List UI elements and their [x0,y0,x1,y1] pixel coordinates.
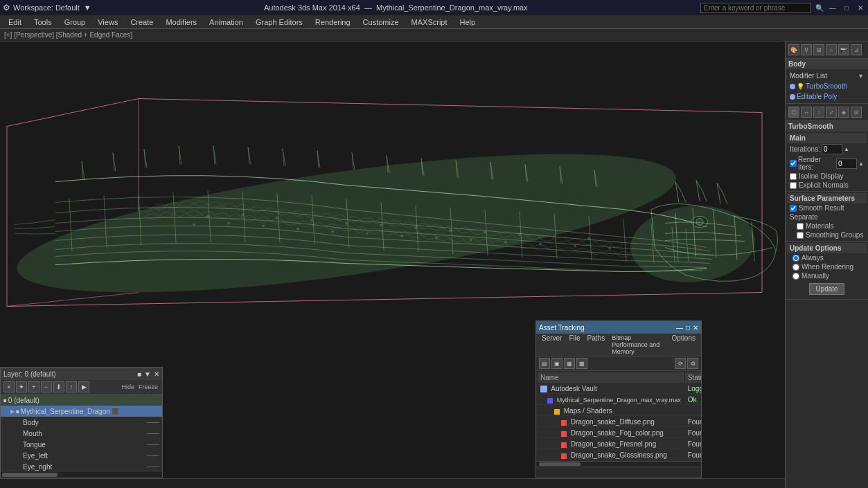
menu-item-tools[interactable]: Tools [28,17,57,28]
min-button[interactable]: — [828,3,838,12]
smoothing-groups-checkbox[interactable] [797,232,804,239]
materials-checkbox[interactable] [797,223,804,230]
icon-paint[interactable]: 🎨 [788,44,799,55]
render-iters-spinner-up[interactable]: ▲ [858,161,864,167]
modifier-dot-2 [790,94,795,100]
tool-icon-3[interactable]: ↕ [813,107,824,118]
menu-item-views[interactable]: Views [92,17,123,28]
icon-hierarchy[interactable]: ⊿ [851,44,862,55]
menu-item-animation[interactable]: Animation [204,17,249,28]
search-box[interactable]: Enter a keyword or phrase [700,3,811,13]
render-iters-input[interactable] [836,159,857,169]
titlebar-right: Enter a keyword or phrase 🔍 — □ ✕ [700,3,865,13]
always-radio[interactable] [792,255,799,262]
layer-item-mouth[interactable]: Mouth —— [1,428,162,439]
asset-tool-1[interactable]: ▤ [539,358,550,369]
layer-item-eye-left[interactable]: Eye_left —— [1,450,162,461]
asset-menu-file[interactable]: File [566,334,583,355]
search-icon[interactable]: 🔍 [815,4,824,12]
layer-tool-up[interactable]: ↑ [66,381,77,392]
layer-item-body[interactable]: Body —— [1,417,162,428]
asset-row-fog[interactable]: Dragon_snake_Fog_color.png Found [538,428,701,438]
viewport[interactable]: Total Polys: 53 544 Tris: 53 544 Edges: … [0,42,785,488]
tool-icon-6[interactable]: ⊡ [851,107,862,118]
menu-item-maxscript[interactable]: MAXScript [406,17,453,28]
asset-name-vault: Autodesk Vault [538,384,684,394]
render-iters-checkbox[interactable] [790,160,797,167]
asset-row-diffuse[interactable]: Dragon_snake_Diffuse.png Found [538,417,701,427]
layer-tool-add[interactable]: + [28,381,39,392]
svg-line-3 [139,99,762,113]
asset-menu-paths[interactable]: Paths [585,334,608,355]
smooth-result-checkbox[interactable] [790,205,797,212]
menu-item-group[interactable]: Group [59,17,91,28]
layer-tool-delete[interactable]: × [3,381,15,392]
tool-icon-1[interactable]: ⬡ [788,107,799,118]
asset-max-btn[interactable]: □ [686,324,690,332]
tool-icon-2[interactable]: ↔ [801,107,812,118]
icon-sphere[interactable]: ○ [826,44,837,55]
asset-tool-5[interactable]: ⟳ [675,358,686,369]
close-button[interactable]: ✕ [856,3,865,12]
modifier-list-dropdown[interactable]: ▼ [858,73,864,80]
asset-min-btn[interactable]: — [676,324,683,332]
always-row: Always [787,253,867,262]
tool-icon-4[interactable]: ⤢ [826,107,837,118]
asset-tool-6[interactable]: ⚙ [687,358,698,369]
workspace-dropdown[interactable]: ▼ [84,3,91,12]
tool-icon-5[interactable]: ◈ [838,107,849,118]
viewport-bottom-bar[interactable] [0,478,785,488]
update-button[interactable]: Update [809,283,844,295]
layer-item-dragon[interactable]: ▶ ■ Mythical_Serpentine_Dragon [1,406,162,417]
menu-item-graph editors[interactable]: Graph Editors [250,17,308,28]
asset-tool-2[interactable]: ▣ [551,358,563,369]
fog-icon [561,431,567,437]
asset-menu-server[interactable]: Server [539,334,565,355]
top-icons-section: 🎨 ⚲ ⊞ ○ 📷 ⊿ [786,42,868,59]
layer-tool-star[interactable]: ✦ [16,381,27,392]
layer-check[interactable] [112,407,119,415]
menu-item-create[interactable]: Create [125,17,159,28]
layer-item-default[interactable]: ■ 0 (default) [1,395,162,406]
layer-item-tongue[interactable]: Tongue —— [1,439,162,450]
asset-row-maxfile[interactable]: Mythical_Serpentine_Dragon_max_vray.max … [538,395,701,405]
asset-menu-options[interactable]: Options [669,334,698,355]
icon-magnet[interactable]: ⚲ [801,44,812,55]
layer-tool-play[interactable]: ▶ [78,381,89,392]
isoline-checkbox[interactable] [790,173,797,180]
layer-item-eye-right[interactable]: Eye_right —— [1,461,162,471]
panel-tools-section: ⬡ ↔ ↕ ⤢ ◈ ⊡ [786,104,868,121]
asset-horiz-scroll[interactable] [536,461,701,467]
manually-radio[interactable] [792,273,799,280]
asset-menu-bitmap[interactable]: Bitmap Performance and Memory [609,334,667,355]
modifier-turbossmooth[interactable]: 💡 TurboSmooth [787,81,867,91]
menu-item-edit[interactable]: Edit [3,17,27,28]
layer-close-btn[interactable]: ✕ [154,370,159,378]
layer-scrollbar[interactable] [1,471,162,478]
modifier-editable-poly[interactable]: Editable Poly [787,91,867,102]
layer-collapse-btn[interactable]: ▼ [144,370,151,378]
max-button[interactable]: □ [842,3,851,12]
icon-camera[interactable]: 📷 [838,44,849,55]
asset-row-fresnel[interactable]: Dragon_snake_Fresnel.png Found [538,440,701,449]
layer-col1d: —— [118,430,159,437]
menu-item-rendering[interactable]: Rendering [310,17,356,28]
when-rendering-radio[interactable] [792,264,799,271]
explicit-normals-checkbox[interactable] [790,182,797,189]
asset-row-glossiness[interactable]: Dragon_snake_Glossiness.png Found [538,451,701,460]
asset-tool-4[interactable]: ▩ [576,358,587,369]
asset-row-vault[interactable]: Autodesk Vault Logged O... [538,384,701,394]
asset-close-btn[interactable]: ✕ [693,324,698,332]
layer-tool-left[interactable]: ← [41,381,52,392]
icon-grid[interactable]: ⊞ [813,44,824,55]
menu-item-help[interactable]: Help [454,17,481,28]
menu-item-modifiers[interactable]: Modifiers [160,17,202,28]
asset-row-maps[interactable]: Maps / Shaders [538,406,701,416]
menu-item-customize[interactable]: Customize [357,17,405,28]
turbossmooth-section: Main Iterations: ▲ Render Iters: ▲ Isoli… [786,132,868,192]
layer-tool-down[interactable]: ⬇ [53,381,64,392]
svg-point-18 [414,227,417,230]
asset-tool-3[interactable]: ▦ [564,358,575,369]
iterations-spinner-up[interactable]: ▲ [844,146,849,152]
iterations-input[interactable] [822,144,842,154]
